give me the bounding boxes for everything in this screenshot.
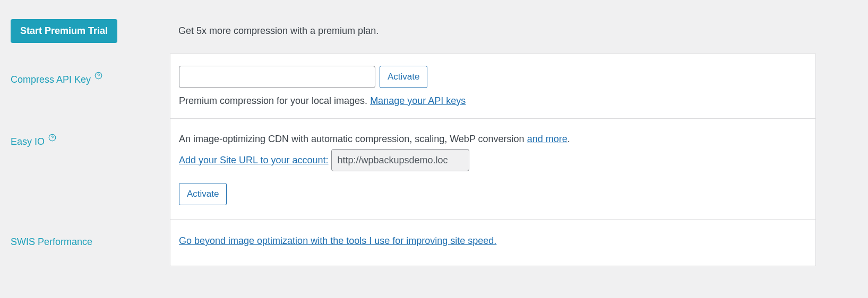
easy-io-desc-suffix: . bbox=[568, 134, 570, 144]
api-key-desc-text: Premium compression for your local image… bbox=[179, 95, 370, 106]
content-col-swis: Go beyond image optimization with the to… bbox=[170, 220, 816, 266]
start-premium-trial-button[interactable]: Start Premium Trial bbox=[11, 19, 117, 43]
content-col-easy-io: An image-optimizing CDN with automatic c… bbox=[170, 119, 816, 220]
label-col-swis: SWIS Performance bbox=[0, 220, 170, 258]
label-col-api-key: Compress API Key bbox=[0, 54, 170, 96]
api-key-label: Compress API Key bbox=[11, 74, 91, 85]
row-easy-io: Easy IO An image-optimizing CDN with aut… bbox=[0, 119, 868, 220]
row-swis: SWIS Performance Go beyond image optimiz… bbox=[0, 220, 868, 266]
content-col-premium: Get 5x more compression with a premium p… bbox=[170, 0, 868, 52]
premium-description: Get 5x more compression with a premium p… bbox=[178, 25, 379, 36]
api-key-description: Premium compression for your local image… bbox=[179, 95, 805, 107]
help-icon[interactable] bbox=[94, 72, 102, 80]
easy-io-label: Easy IO bbox=[11, 136, 45, 147]
add-site-url-link[interactable]: Add your Site URL to your account: bbox=[179, 155, 328, 166]
help-icon[interactable] bbox=[48, 134, 56, 142]
settings-form: Start Premium Trial Get 5x more compress… bbox=[0, 0, 868, 266]
easy-io-desc-prefix: An image-optimizing CDN with automatic c… bbox=[179, 134, 527, 144]
manage-api-keys-link[interactable]: Manage your API keys bbox=[370, 95, 466, 106]
label-col-premium: Start Premium Trial bbox=[0, 0, 170, 54]
row-api-key: Compress API Key Activate Premium compre… bbox=[0, 54, 868, 119]
api-key-input-row: Activate bbox=[179, 66, 805, 88]
label-col-easy-io: Easy IO bbox=[0, 119, 170, 158]
easy-io-activate-row: Activate bbox=[179, 183, 805, 205]
content-col-api-key: Activate Premium compression for your lo… bbox=[170, 54, 816, 119]
and-more-link[interactable]: and more bbox=[527, 134, 568, 144]
activate-easy-io-button[interactable]: Activate bbox=[179, 183, 227, 205]
easy-io-url-row: Add your Site URL to your account: bbox=[179, 149, 805, 171]
easy-io-description: An image-optimizing CDN with automatic c… bbox=[179, 134, 805, 145]
swis-link[interactable]: Go beyond image optimization with the to… bbox=[179, 235, 496, 246]
swis-label: SWIS Performance bbox=[11, 236, 92, 247]
site-url-input[interactable] bbox=[331, 149, 469, 171]
row-premium-trial: Start Premium Trial Get 5x more compress… bbox=[0, 0, 868, 54]
api-key-input[interactable] bbox=[179, 66, 375, 88]
activate-api-key-button[interactable]: Activate bbox=[380, 66, 427, 88]
